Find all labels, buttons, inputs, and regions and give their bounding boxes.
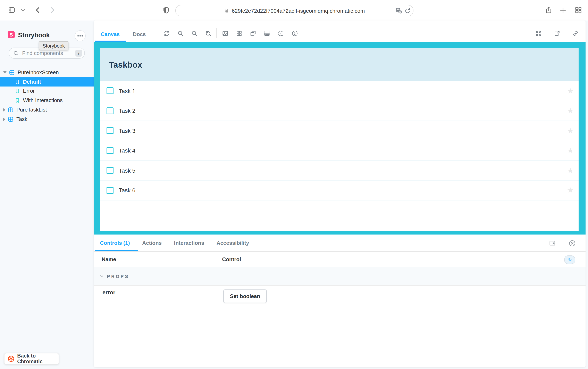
forward-icon[interactable] xyxy=(49,7,56,13)
caret-right-icon[interactable] xyxy=(3,117,5,121)
reset-controls-button[interactable] xyxy=(564,256,575,264)
column-name: Name xyxy=(102,251,116,267)
back-icon[interactable] xyxy=(34,7,41,13)
caret-right-icon[interactable] xyxy=(3,108,5,111)
storybook-logo-icon: S xyxy=(8,31,15,38)
url-text: 629fc2e72d22f7004a72acff-isgeomiqmq.chro… xyxy=(232,8,365,14)
sidebar-item-task[interactable]: Task xyxy=(0,114,94,124)
set-boolean-button[interactable]: Set boolean xyxy=(223,289,267,303)
chevron-down-icon[interactable] xyxy=(21,9,25,12)
task-row: Task 2 xyxy=(100,101,578,121)
back-to-chromatic-button[interactable]: Back to Chromatic xyxy=(4,353,59,365)
sidebar-item-default[interactable]: Default xyxy=(0,77,94,86)
task-row: Task 4 xyxy=(100,141,578,161)
task-row: Task 6 xyxy=(100,181,578,201)
component-icon xyxy=(8,116,13,122)
search-placeholder: Find components xyxy=(22,50,75,56)
tab-actions[interactable]: Actions xyxy=(136,235,168,251)
toolbar-divider xyxy=(158,28,158,38)
sidebar-toggle-icon[interactable] xyxy=(8,7,15,13)
addons-panel: Controls (1) Actions Interactions Access… xyxy=(94,235,586,367)
tab-controls[interactable]: Controls (1) xyxy=(94,235,136,251)
brand-title[interactable]: Storybook xyxy=(18,31,50,39)
sidebar-menu-button[interactable] xyxy=(75,30,86,41)
zoom-reset-icon[interactable] xyxy=(201,26,215,40)
checkbox-icon[interactable] xyxy=(107,167,113,174)
star-icon[interactable] xyxy=(567,147,574,154)
remount-icon[interactable] xyxy=(159,26,173,40)
task-row: Task 5 xyxy=(100,161,578,181)
backgrounds-icon[interactable] xyxy=(218,26,232,40)
tab-overview-icon[interactable] xyxy=(575,7,582,13)
chromatic-logo-icon xyxy=(8,356,14,362)
checkbox-icon[interactable] xyxy=(107,187,113,194)
privacy-shield-icon[interactable] xyxy=(163,7,170,13)
checkbox-icon[interactable] xyxy=(107,147,113,154)
app-workspace: S Storybook Storybook Find components / xyxy=(0,20,588,369)
task-row: Task 1 xyxy=(100,81,578,101)
new-tab-icon[interactable] xyxy=(560,7,566,13)
taskbox-component: Taskbox Task 1 Task 2 Task 3 xyxy=(100,48,578,231)
accessibility-icon[interactable] xyxy=(288,26,302,40)
tab-accessibility[interactable]: Accessibility xyxy=(210,235,255,251)
star-icon[interactable] xyxy=(567,187,574,194)
tab-canvas[interactable]: Canvas xyxy=(94,26,127,42)
fullscreen-icon[interactable] xyxy=(531,26,545,40)
story-canvas: Taskbox Task 1 Task 2 Task 3 xyxy=(94,42,586,235)
component-icon xyxy=(9,70,15,75)
storybook-sidebar: S Storybook Storybook Find components / xyxy=(0,20,94,369)
star-icon[interactable] xyxy=(567,127,574,134)
open-new-tab-icon[interactable] xyxy=(550,26,564,40)
copy-link-icon[interactable] xyxy=(568,26,582,40)
close-panel-icon[interactable] xyxy=(565,236,579,250)
toolbar-divider xyxy=(216,28,217,38)
measure-icon[interactable] xyxy=(260,26,274,40)
addons-tabbar: Controls (1) Actions Interactions Access… xyxy=(94,235,586,252)
control-row-name: error xyxy=(102,289,115,296)
props-section-label: PROPS xyxy=(107,274,129,279)
canvas-toolbar: Canvas Docs xyxy=(94,20,586,42)
sidebar-item-puretasklist[interactable]: PureTaskList xyxy=(0,105,94,114)
star-icon[interactable] xyxy=(567,107,574,115)
checkbox-icon[interactable] xyxy=(107,88,113,94)
preview-area: Canvas Docs xyxy=(94,20,586,367)
sidebar-item-with-interactions[interactable]: With Interactions xyxy=(0,95,94,105)
zoom-in-icon[interactable] xyxy=(173,26,187,40)
taskbox-header: Taskbox xyxy=(100,48,578,81)
sidebar-item-error[interactable]: Error xyxy=(0,86,94,95)
shortcut-key-badge: / xyxy=(75,50,82,57)
tab-docs[interactable]: Docs xyxy=(127,26,152,42)
grid-icon[interactable] xyxy=(232,26,246,40)
caret-down-icon[interactable] xyxy=(3,71,7,73)
address-bar[interactable]: 629fc2e72d22f7004a72acff-isgeomiqmq.chro… xyxy=(175,5,413,16)
task-row: Task 3 xyxy=(100,121,578,141)
translate-icon[interactable] xyxy=(396,8,402,14)
props-section-header[interactable]: PROPS xyxy=(94,267,586,286)
viewport-icon[interactable] xyxy=(246,26,260,40)
outline-icon[interactable] xyxy=(274,26,288,40)
star-icon[interactable] xyxy=(567,87,574,95)
sidebar-item-pureinboxscreen[interactable]: PureInboxScreen xyxy=(0,68,94,77)
column-control: Control xyxy=(222,251,241,267)
share-icon[interactable] xyxy=(545,6,552,14)
panel-position-icon[interactable] xyxy=(545,236,559,250)
controls-header-row: Name Control xyxy=(94,251,586,267)
reload-icon[interactable] xyxy=(404,8,410,14)
tooltip: Storybook xyxy=(39,41,69,50)
bookmark-icon xyxy=(15,88,20,94)
lock-icon xyxy=(224,8,229,13)
search-icon xyxy=(13,50,19,56)
tab-interactions[interactable]: Interactions xyxy=(168,235,210,251)
checkbox-icon[interactable] xyxy=(107,127,113,134)
bookmark-icon xyxy=(15,79,20,85)
zoom-out-icon[interactable] xyxy=(187,26,201,40)
star-icon[interactable] xyxy=(567,167,574,174)
component-icon xyxy=(8,107,13,113)
bookmark-icon xyxy=(15,97,20,103)
browser-toolbar: 629fc2e72d22f7004a72acff-isgeomiqmq.chro… xyxy=(0,0,588,21)
checkbox-icon[interactable] xyxy=(107,107,113,114)
taskbox-title: Taskbox xyxy=(109,60,142,70)
chevron-down-icon xyxy=(99,274,104,279)
